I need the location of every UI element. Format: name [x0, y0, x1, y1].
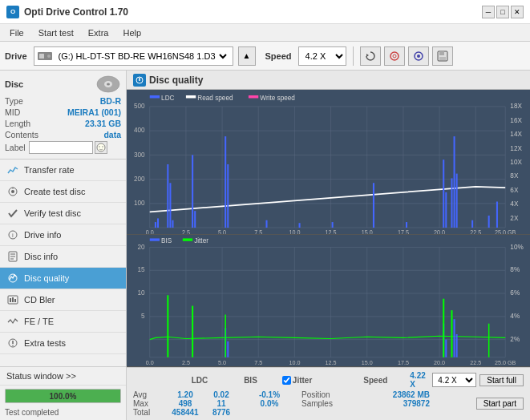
sidebar-item-cd-bler[interactable]: CD Bler: [0, 289, 126, 311]
disc-info-label: Disc info: [24, 252, 58, 261]
speed-combo-select[interactable]: 4.2 X: [432, 373, 476, 387]
mid-label: MID: [5, 107, 20, 117]
sidebar-item-disc-info[interactable]: Disc info: [0, 246, 126, 268]
svg-text:100: 100: [134, 199, 145, 208]
minimize-button[interactable]: ─: [482, 6, 495, 18]
drive-select[interactable]: (G:) HL-DT-ST BD-RE WH16NS48 1.D3: [55, 50, 229, 62]
status-section: Status window >> 100.0% Test completed: [0, 366, 126, 420]
main-layout: Disc Type BD-R MID MEIRA1 (001) Length 2…: [0, 71, 530, 420]
disc-contents-row: Contents data: [5, 130, 121, 139]
svg-text:15: 15: [137, 265, 144, 273]
total-speed-placeholder: [301, 408, 366, 417]
label-icon-button[interactable]: [95, 141, 107, 154]
menu-start-test[interactable]: Start test: [32, 26, 80, 39]
progress-text: 100.0%: [6, 390, 120, 402]
type-label: Type: [5, 96, 23, 106]
contents-label: Contents: [5, 130, 38, 139]
status-text: Test completed: [0, 406, 126, 420]
svg-point-14: [97, 143, 105, 151]
drive-info-icon: i: [6, 228, 19, 241]
transfer-rate-label: Transfer rate: [24, 165, 75, 175]
max-ldc: 498: [165, 399, 205, 408]
total-jitter-placeholder: [237, 408, 301, 417]
total-row-label: Total: [133, 408, 165, 417]
maximize-button[interactable]: □: [496, 6, 509, 18]
start-full-button[interactable]: Start full: [479, 374, 524, 386]
svg-text:2X: 2X: [510, 213, 518, 222]
svg-text:200: 200: [134, 174, 145, 183]
svg-text:20: 20: [137, 243, 144, 251]
start-part-button[interactable]: Start part: [476, 398, 524, 410]
svg-text:15.0: 15.0: [362, 359, 373, 366]
jitter-checkbox[interactable]: [282, 376, 291, 385]
eject-button[interactable]: ▲: [238, 46, 256, 66]
cd-bler-icon: [6, 293, 19, 306]
sidebar-item-create-test-disc[interactable]: Create test disc: [0, 181, 126, 203]
label-field-label: Label: [5, 143, 26, 152]
status-window-button[interactable]: Status window >>: [0, 367, 126, 386]
create-test-disc-label: Create test disc: [24, 187, 85, 196]
svg-text:16X: 16X: [510, 115, 522, 124]
sidebar: Disc Type BD-R MID MEIRA1 (001) Length 2…: [0, 71, 127, 420]
save-button[interactable]: [432, 46, 453, 66]
max-jitter: 0.0%: [237, 399, 301, 408]
svg-text:5.0: 5.0: [218, 359, 226, 366]
svg-text:10%: 10%: [510, 243, 524, 251]
disc-info-icon: [6, 250, 19, 263]
progress-bar-container: 100.0%: [5, 389, 121, 403]
sidebar-item-fe-te[interactable]: FE / TE: [0, 311, 126, 333]
menu-file[interactable]: File: [3, 26, 30, 39]
svg-point-13: [107, 83, 110, 86]
cd-button[interactable]: [408, 46, 429, 66]
speed-col-value: 4.22 X: [410, 371, 432, 389]
svg-text:20.0: 20.0: [434, 359, 445, 366]
menu-extra[interactable]: Extra: [82, 26, 115, 39]
svg-rect-28: [10, 298, 11, 302]
charts-area: LDC Read speed Write speed: [127, 90, 530, 367]
verify-test-disc-icon: [6, 207, 19, 220]
svg-text:17.5: 17.5: [398, 229, 409, 234]
svg-point-2: [47, 55, 51, 58]
svg-text:10.0: 10.0: [289, 229, 300, 234]
main-content: Disc quality LDC Read speed Write speed: [127, 71, 530, 420]
svg-rect-105: [150, 239, 160, 241]
disc-quality-icon: [6, 272, 19, 285]
bis-jitter-chart: BIS Jitter: [127, 235, 530, 367]
svg-rect-9: [439, 51, 444, 55]
drive-info-label: Drive info: [24, 230, 61, 240]
avg-jitter: -0.1%: [237, 390, 301, 399]
svg-point-16: [102, 146, 103, 147]
speed-select[interactable]: 4.2 X: [298, 46, 346, 66]
sidebar-item-transfer-rate[interactable]: Transfer rate: [0, 160, 126, 181]
nav-items: Transfer rate Create test disc Verify te…: [0, 160, 126, 366]
refresh-button[interactable]: [360, 46, 381, 66]
sidebar-item-disc-quality[interactable]: Disc quality: [0, 268, 126, 289]
svg-rect-1: [39, 54, 44, 59]
disc-section-label: Disc: [5, 79, 23, 89]
svg-text:7.5: 7.5: [254, 229, 262, 234]
svg-text:2.5: 2.5: [182, 359, 190, 366]
samples-label: Samples: [301, 399, 366, 408]
titlebar-left: O Opti Drive Control 1.70: [6, 6, 128, 18]
length-label: Length: [5, 119, 30, 128]
settings-button[interactable]: [384, 46, 405, 66]
disc-icon: [389, 50, 400, 62]
close-button[interactable]: ✕: [511, 6, 524, 18]
svg-rect-107: [183, 239, 192, 241]
svg-text:500: 500: [134, 102, 145, 111]
sidebar-item-verify-test-disc[interactable]: Verify test disc: [0, 203, 126, 224]
titlebar-controls: ─ □ ✕: [482, 6, 524, 18]
sidebar-item-drive-info[interactable]: i Drive info: [0, 224, 126, 246]
drive-label: Drive: [5, 51, 27, 61]
svg-text:400: 400: [134, 126, 145, 135]
sidebar-item-extra-tests[interactable]: Extra tests: [0, 333, 126, 354]
svg-text:4%: 4%: [510, 312, 520, 320]
legend-ldc: LDC: [161, 93, 174, 102]
label-input[interactable]: [29, 141, 93, 154]
svg-rect-104: [127, 235, 530, 366]
menu-help[interactable]: Help: [116, 26, 148, 39]
status-window-label: Status window >>: [6, 371, 76, 381]
svg-rect-38: [186, 95, 196, 98]
cd-icon: [413, 50, 424, 62]
svg-text:300: 300: [134, 150, 145, 159]
